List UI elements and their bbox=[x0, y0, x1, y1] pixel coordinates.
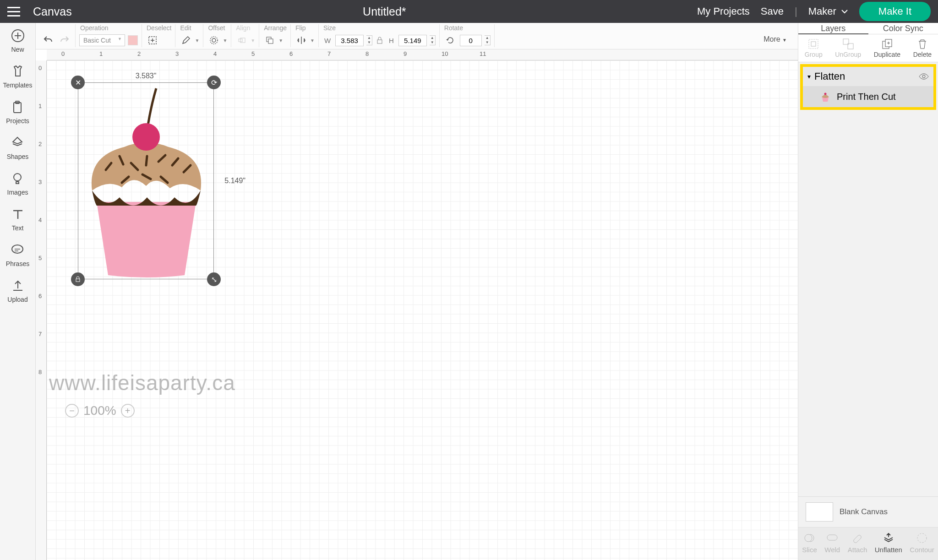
offset-head: Offset bbox=[207, 24, 227, 32]
nav-label: Phrases bbox=[6, 260, 29, 267]
clipboard-icon bbox=[10, 100, 25, 114]
chevron-down-icon: ▼ bbox=[251, 38, 255, 43]
nav-new[interactable]: New bbox=[11, 28, 25, 53]
svg-point-34 bbox=[917, 533, 927, 543]
chevron-down-icon[interactable]: ▼ bbox=[278, 38, 283, 43]
delete-button[interactable]: Delete bbox=[913, 38, 932, 58]
svg-point-33 bbox=[805, 534, 812, 542]
weld-icon bbox=[826, 532, 838, 544]
ungroup-button: UnGroup bbox=[835, 38, 861, 58]
offset-button[interactable] bbox=[207, 33, 221, 47]
menu-icon[interactable] bbox=[7, 3, 24, 20]
machine-selector[interactable]: Maker bbox=[808, 5, 848, 17]
svg-rect-26 bbox=[811, 42, 816, 46]
width-spinner[interactable]: ▲▼ bbox=[366, 35, 372, 45]
trash-icon bbox=[916, 38, 928, 50]
height-spinner[interactable]: ▲▼ bbox=[430, 35, 436, 45]
layer-item-label: Print Then Cut bbox=[837, 92, 896, 102]
redo-button[interactable] bbox=[58, 33, 71, 47]
nav-phrases[interactable]: Phrases bbox=[6, 243, 29, 267]
blank-canvas-swatch bbox=[806, 502, 833, 522]
app-name: Canvas bbox=[33, 5, 72, 18]
cupcake-image[interactable] bbox=[78, 83, 214, 280]
zoom-out-button[interactable]: − bbox=[65, 404, 79, 418]
svg-line-16 bbox=[146, 156, 147, 165]
align-head: Align bbox=[235, 24, 255, 32]
edit-button[interactable] bbox=[179, 33, 193, 47]
operation-color-swatch[interactable] bbox=[128, 35, 138, 45]
flip-head: Flip bbox=[294, 24, 315, 32]
unflatten-icon bbox=[883, 532, 894, 544]
tab-layers[interactable]: Layers bbox=[798, 23, 868, 34]
width-label: W bbox=[324, 37, 331, 44]
slice-button: Slice bbox=[802, 532, 817, 554]
save-button[interactable]: Save bbox=[761, 5, 784, 17]
height-input[interactable] bbox=[398, 35, 427, 46]
plus-circle-icon bbox=[11, 28, 25, 43]
blank-canvas-label: Blank Canvas bbox=[840, 507, 888, 517]
rotate-spinner[interactable]: ▲▼ bbox=[485, 35, 491, 45]
group-icon bbox=[807, 38, 819, 50]
bulb-icon bbox=[10, 171, 25, 186]
contour-button: Contour bbox=[910, 532, 934, 554]
nav-shapes[interactable]: Shapes bbox=[7, 136, 28, 160]
nav-label: Images bbox=[7, 189, 28, 196]
operation-select[interactable]: Basic Cut▼ bbox=[79, 34, 125, 46]
svg-rect-25 bbox=[809, 39, 818, 49]
duplicate-button[interactable]: Duplicate bbox=[874, 38, 900, 58]
visibility-icon[interactable] bbox=[919, 73, 929, 80]
arrange-button[interactable] bbox=[263, 33, 277, 47]
nav-templates[interactable]: Templates bbox=[3, 64, 33, 89]
flip-button[interactable] bbox=[294, 33, 308, 47]
upload-icon bbox=[11, 278, 25, 293]
layer-group-header[interactable]: ▾ Flatten bbox=[803, 67, 933, 86]
svg-rect-11 bbox=[268, 39, 273, 43]
chevron-down-icon[interactable]: ▼ bbox=[195, 38, 199, 43]
svg-rect-1 bbox=[14, 103, 21, 113]
svg-rect-12 bbox=[377, 40, 382, 43]
nav-label: Text bbox=[12, 224, 24, 232]
width-input[interactable] bbox=[335, 35, 364, 46]
blank-canvas-row[interactable]: Blank Canvas bbox=[798, 496, 938, 527]
rotate-head: Rotate bbox=[443, 24, 491, 32]
undo-button[interactable] bbox=[41, 33, 55, 47]
make-it-button[interactable]: Make It bbox=[859, 2, 931, 21]
canvas[interactable]: 3.583" 5.149" ✕ ⟳ ⤡ bbox=[47, 60, 798, 560]
lock-icon[interactable] bbox=[376, 36, 383, 45]
selection-width-label: 3.583" bbox=[136, 72, 157, 80]
height-label: H bbox=[389, 37, 394, 44]
machine-label: Maker bbox=[808, 5, 836, 17]
selection-box[interactable]: 3.583" 5.149" ✕ ⟳ ⤡ bbox=[78, 82, 214, 279]
tab-color-sync[interactable]: Color Sync bbox=[868, 23, 938, 34]
nav-label: Templates bbox=[3, 82, 33, 89]
arrange-head: Arrange bbox=[263, 24, 287, 32]
chevron-down-icon[interactable]: ▼ bbox=[223, 38, 227, 43]
nav-label: Projects bbox=[6, 117, 29, 125]
document-title: Untitled* bbox=[72, 5, 697, 18]
zoom-level: 100% bbox=[83, 403, 116, 418]
nav-text[interactable]: Text bbox=[11, 207, 25, 232]
rotate-input[interactable] bbox=[460, 35, 482, 46]
svg-point-32 bbox=[824, 93, 827, 95]
zoom-in-button[interactable]: + bbox=[121, 404, 135, 418]
slice-icon bbox=[804, 532, 816, 544]
my-projects-link[interactable]: My Projects bbox=[697, 5, 750, 17]
watermark: www.lifeisaparty.ca bbox=[49, 370, 235, 395]
operation-head: Operation bbox=[79, 24, 138, 32]
speech-icon bbox=[10, 243, 25, 257]
more-button[interactable]: More ▼ bbox=[758, 32, 792, 47]
unflatten-button[interactable]: Unflatten bbox=[875, 532, 902, 554]
rotate-icon[interactable] bbox=[443, 33, 457, 47]
chevron-down-icon[interactable]: ▾ bbox=[807, 73, 811, 80]
layer-item[interactable]: Print Then Cut bbox=[803, 86, 933, 107]
nav-projects[interactable]: Projects bbox=[6, 100, 29, 125]
size-head: Size bbox=[322, 24, 436, 32]
chevron-down-icon[interactable]: ▼ bbox=[310, 38, 315, 43]
nav-images[interactable]: Images bbox=[7, 171, 28, 196]
deselect-button[interactable] bbox=[146, 33, 159, 47]
divider: | bbox=[795, 5, 797, 17]
nav-label: Upload bbox=[7, 296, 27, 303]
deselect-head: Deselect bbox=[146, 24, 171, 32]
svg-point-7 bbox=[212, 38, 216, 42]
nav-upload[interactable]: Upload bbox=[7, 278, 27, 303]
